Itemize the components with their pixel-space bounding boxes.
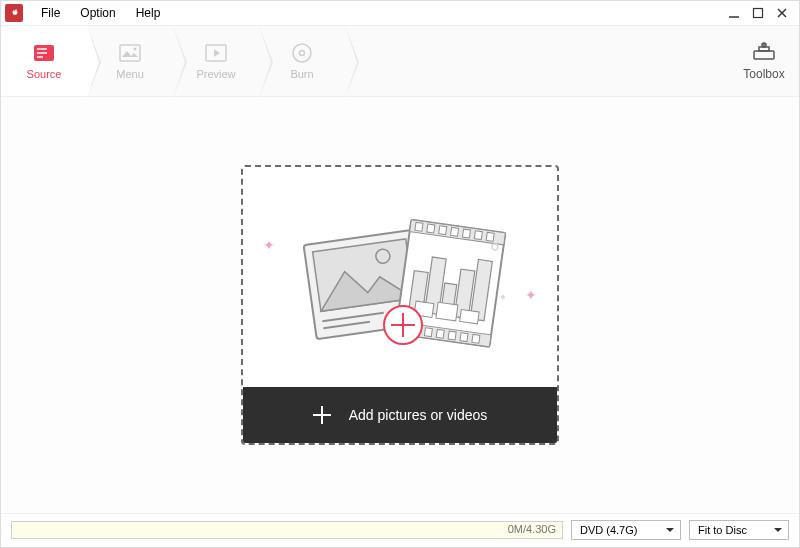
step-source[interactable]: Source bbox=[1, 26, 87, 96]
svg-rect-15 bbox=[754, 51, 774, 59]
svg-marker-9 bbox=[122, 51, 138, 57]
chevron-down-icon bbox=[774, 528, 782, 532]
svg-rect-28 bbox=[415, 222, 423, 231]
burn-icon bbox=[291, 42, 313, 64]
dropzone-illustration: ✦ ✦ bbox=[243, 167, 557, 387]
maximize-button[interactable] bbox=[751, 6, 765, 20]
chevron-down-icon bbox=[666, 528, 674, 532]
menu-option[interactable]: Option bbox=[70, 4, 125, 22]
svg-rect-29 bbox=[427, 224, 435, 233]
close-button[interactable] bbox=[775, 6, 789, 20]
menu-file[interactable]: File bbox=[31, 4, 70, 22]
svg-rect-1 bbox=[754, 9, 763, 18]
svg-marker-12 bbox=[214, 49, 220, 57]
status-bar: 0M/4.30G DVD (4.7G) Fit to Disc bbox=[1, 513, 799, 545]
disc-type-value: DVD (4.7G) bbox=[580, 524, 637, 536]
step-label: Menu bbox=[116, 68, 144, 80]
disc-usage-bar: 0M/4.30G bbox=[11, 521, 563, 539]
svg-rect-38 bbox=[436, 329, 444, 338]
main-area: ✦ ✦ bbox=[1, 97, 799, 513]
dropzone[interactable]: ✦ ✦ bbox=[241, 165, 559, 445]
menu-help[interactable]: Help bbox=[126, 4, 171, 22]
app-logo bbox=[5, 4, 23, 22]
svg-rect-30 bbox=[439, 226, 447, 235]
svg-point-10 bbox=[134, 48, 137, 51]
svg-rect-49 bbox=[460, 310, 479, 324]
add-media-button[interactable]: Add pictures or videos bbox=[243, 387, 557, 443]
sparkle-icon: ✦ bbox=[525, 287, 537, 303]
add-media-label: Add pictures or videos bbox=[349, 407, 488, 423]
svg-rect-31 bbox=[451, 227, 459, 236]
minimize-button[interactable] bbox=[727, 6, 741, 20]
menu-icon bbox=[119, 42, 141, 64]
step-label: Preview bbox=[196, 68, 235, 80]
plus-icon bbox=[313, 406, 331, 424]
svg-rect-34 bbox=[486, 232, 494, 241]
svg-point-54 bbox=[501, 295, 505, 299]
source-icon bbox=[33, 42, 55, 64]
svg-rect-37 bbox=[424, 328, 432, 337]
toolbox-icon bbox=[751, 41, 777, 64]
toolbox-button[interactable]: Toolbox bbox=[729, 26, 799, 96]
svg-point-13 bbox=[293, 44, 311, 62]
svg-rect-48 bbox=[436, 302, 458, 321]
disc-usage-text: 0M/4.30G bbox=[508, 523, 556, 535]
step-label: Burn bbox=[290, 68, 313, 80]
toolbox-label: Toolbox bbox=[743, 67, 784, 81]
sparkle-icon: ✦ bbox=[263, 237, 275, 253]
svg-rect-40 bbox=[460, 333, 468, 342]
svg-rect-32 bbox=[462, 229, 470, 238]
step-nav: Source Menu Preview Burn Toolbox bbox=[1, 25, 799, 97]
fit-mode-select[interactable]: Fit to Disc bbox=[689, 520, 789, 540]
flame-icon bbox=[8, 7, 20, 19]
menu-bar: File Option Help bbox=[1, 1, 799, 25]
svg-rect-8 bbox=[120, 45, 140, 61]
preview-icon bbox=[205, 42, 227, 64]
svg-rect-33 bbox=[474, 231, 482, 240]
svg-rect-39 bbox=[448, 331, 456, 340]
media-illustration-icon bbox=[285, 197, 515, 357]
fit-mode-value: Fit to Disc bbox=[698, 524, 747, 536]
step-label: Source bbox=[27, 68, 62, 80]
svg-point-14 bbox=[300, 51, 305, 56]
svg-rect-41 bbox=[472, 334, 480, 343]
disc-type-select[interactable]: DVD (4.7G) bbox=[571, 520, 681, 540]
window-controls bbox=[727, 6, 795, 20]
